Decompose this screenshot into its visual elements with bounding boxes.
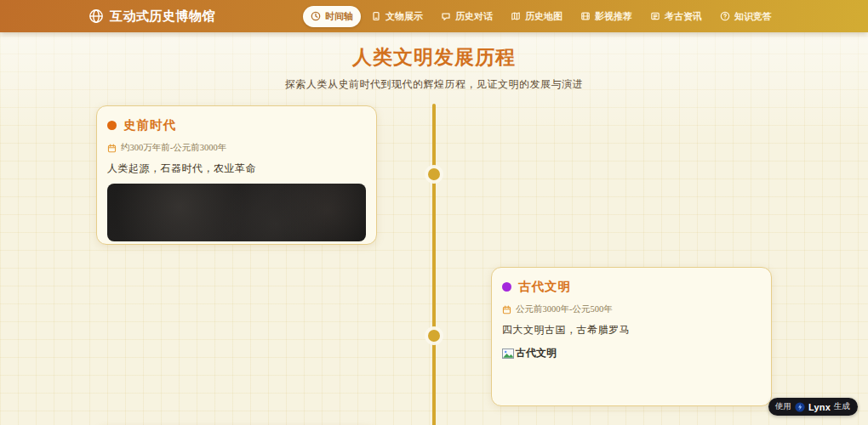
nav-item-map[interactable]: 历史地图 — [503, 6, 570, 27]
chat-icon — [441, 11, 451, 21]
nav-label: 历史对话 — [455, 10, 493, 23]
news-icon — [650, 11, 660, 21]
nav-label: 文物展示 — [385, 10, 423, 23]
card-title-row: 古代文明 — [502, 279, 761, 295]
broken-image-icon — [502, 348, 514, 359]
nav-label: 历史地图 — [525, 10, 562, 23]
nav-item-artifacts[interactable]: 文物展示 — [363, 6, 431, 27]
card-title: 古代文明 — [518, 279, 571, 295]
question-circle-icon — [720, 11, 730, 21]
badge-prefix: 使用 — [775, 401, 791, 412]
film-icon — [580, 11, 591, 21]
nav-label: 知识竞答 — [734, 10, 772, 23]
timeline: 史前时代 约300万年前-公元前3000年 人类起源，石器时代，农业革命 古代文… — [96, 104, 772, 425]
badge-suffix: 生成 — [834, 401, 850, 412]
broken-image-placeholder: 古代文明 — [502, 346, 761, 360]
map-icon — [511, 11, 521, 21]
calendar-icon — [502, 305, 511, 314]
timeline-card-ancient[interactable]: 古代文明 公元前3000年-公元500年 四大文明古国，古希腊罗马 — [491, 267, 772, 406]
calendar-icon — [107, 144, 117, 153]
clock-icon — [311, 11, 321, 21]
page-subtitle: 探索人类从史前时代到现代的辉煌历程，见证文明的发展与演进 — [0, 77, 868, 92]
main-nav: 时间轴 文物展示 历史对话 — [303, 6, 779, 27]
main-content: 人类文明发展历程 探索人类从史前时代到现代的辉煌历程，见证文明的发展与演进 史前… — [0, 32, 868, 425]
card-period: 公元前3000年-公元500年 — [516, 303, 613, 315]
nav-item-timeline[interactable]: 时间轴 — [303, 6, 361, 27]
image-alt-text: 古代文明 — [516, 346, 557, 360]
nav-label: 时间轴 — [325, 10, 353, 23]
nav-item-news[interactable]: 考古资讯 — [642, 6, 710, 27]
card-title-row: 史前时代 — [107, 117, 366, 133]
brand-title: 互动式历史博物馆 — [110, 8, 215, 25]
nav-label: 影视推荐 — [595, 10, 632, 23]
nav-item-quiz[interactable]: 知识竞答 — [712, 6, 779, 27]
brand: 互动式历史博物馆 — [89, 8, 215, 25]
era-bullet-dot — [502, 282, 511, 292]
card-date-row: 公元前3000年-公元500年 — [502, 303, 761, 315]
app-header: 互动式历史博物馆 时间轴 文物展示 — [0, 0, 868, 32]
timeline-line — [432, 104, 436, 425]
card-title: 史前时代 — [123, 117, 176, 133]
header-container: 互动式历史博物馆 时间轴 文物展示 — [89, 0, 779, 32]
era-bullet-dot — [107, 121, 117, 130]
nav-item-films[interactable]: 影视推荐 — [573, 6, 640, 27]
card-description: 人类起源，石器时代，农业革命 — [107, 162, 366, 176]
card-period: 约300万年前-公元前3000年 — [121, 142, 226, 154]
nav-label: 考古资讯 — [665, 10, 702, 23]
timeline-node-dot — [428, 330, 440, 342]
globe-icon — [89, 8, 104, 24]
badge-brand: Lynx — [808, 402, 831, 412]
page-title: 人类文明发展历程 — [0, 44, 868, 71]
era-photo-dark-stone — [107, 184, 366, 241]
card-description: 四大文明古国，古希腊罗马 — [502, 323, 761, 337]
lynx-generated-badge[interactable]: 使用 Lynx 生成 — [768, 398, 858, 416]
card-date-row: 约300万年前-公元前3000年 — [107, 142, 366, 154]
lynx-logo-icon — [795, 402, 805, 412]
timeline-card-prehistoric[interactable]: 史前时代 约300万年前-公元前3000年 人类起源，石器时代，农业革命 — [96, 105, 377, 245]
timeline-node-dot — [428, 168, 440, 180]
nav-item-dialogue[interactable]: 历史对话 — [433, 6, 500, 27]
page-head: 人类文明发展历程 探索人类从史前时代到现代的辉煌历程，见证文明的发展与演进 — [0, 32, 868, 92]
artifact-icon — [371, 11, 381, 21]
